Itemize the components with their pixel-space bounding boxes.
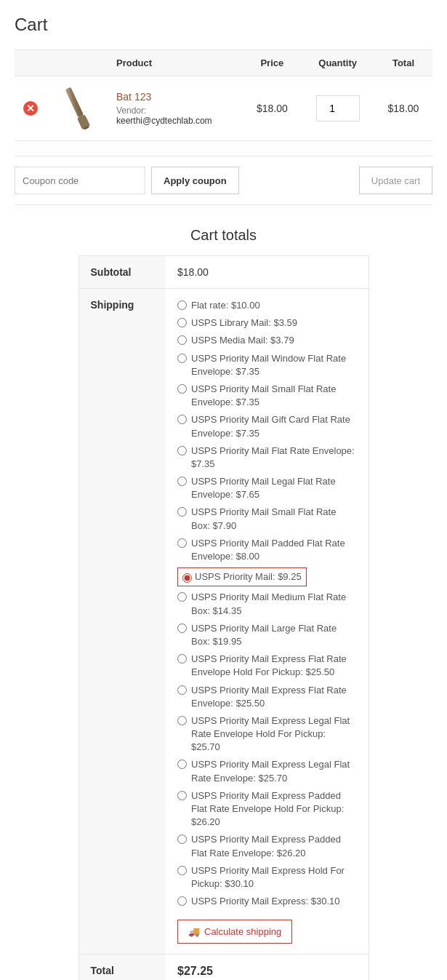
shipping-option-label: USPS Priority Mail Padded Flat Rate Enve…: [191, 537, 357, 563]
update-cart-button[interactable]: Update cart: [359, 167, 432, 194]
totals-table: Subtotal $18.00 Shipping Flat rate: $10.…: [78, 255, 369, 980]
col-header-product: Product: [108, 50, 243, 76]
shipping-option-item: USPS Priority Mail Flat Rate Envelope: $…: [177, 445, 357, 471]
vendor-label: Vendor:: [116, 105, 234, 116]
col-header-quantity: Quantity: [301, 50, 374, 76]
remove-item-button[interactable]: ✕: [23, 101, 38, 116]
shipping-option-item: USPS Library Mail: $3.59: [177, 316, 357, 330]
product-name-link[interactable]: Bat 123: [116, 91, 151, 103]
page-title: Cart: [15, 15, 432, 35]
cart-totals-section: Cart totals Subtotal $18.00 Shipping Fla…: [15, 227, 432, 980]
shipping-option-item: USPS Priority Mail Express Flat Rate Env…: [177, 653, 357, 679]
shipping-option-radio[interactable]: [177, 384, 187, 394]
shipping-option-label: USPS Priority Mail Large Flat Rate Box: …: [191, 622, 357, 648]
shipping-option-label: USPS Priority Mail Flat Rate Envelope: $…: [191, 445, 357, 471]
shipping-option-radio[interactable]: [177, 415, 187, 424]
subtotal-label: Subtotal: [78, 256, 166, 289]
product-price: $18.00: [243, 76, 301, 141]
shipping-option-item: USPS Priority Mail Small Flat Rate Box: …: [177, 506, 357, 532]
total-row: Total $27.25: [78, 955, 369, 980]
shipping-option-radio[interactable]: [177, 335, 187, 345]
subtotal-row: Subtotal $18.00: [78, 256, 369, 289]
shipping-option-radio[interactable]: [177, 791, 187, 800]
calculate-shipping-button[interactable]: 🚚 Calculate shipping: [177, 920, 292, 944]
svg-rect-0: [65, 87, 83, 116]
shipping-option-item: USPS Priority Mail Express Legal Flat Ra…: [177, 714, 357, 754]
shipping-option-radio[interactable]: [177, 446, 187, 455]
col-header-price: Price: [243, 50, 301, 76]
shipping-option-item: USPS Priority Mail Express Hold For Pick…: [177, 864, 357, 891]
apply-coupon-button[interactable]: Apply coupon: [151, 167, 239, 194]
product-total: $18.00: [374, 76, 432, 141]
shipping-option-label: USPS Priority Mail Express Legal Flat Ra…: [191, 758, 357, 784]
shipping-option-item: Flat rate: $10.00: [177, 299, 357, 312]
shipping-option-label: USPS Priority Mail Express Padded Flat R…: [191, 789, 357, 829]
coupon-row: Apply coupon Update cart: [15, 156, 432, 205]
shipping-option-radio[interactable]: [177, 654, 187, 664]
shipping-options-list: Flat rate: $10.00USPS Library Mail: $3.5…: [177, 299, 357, 908]
shipping-option-label: USPS Priority Mail Express Flat Rate Env…: [191, 653, 357, 679]
shipping-option-item: USPS Priority Mail Express Legal Flat Ra…: [177, 758, 357, 784]
shipping-option-radio[interactable]: [177, 318, 187, 327]
shipping-row: Shipping Flat rate: $10.00USPS Library M…: [78, 289, 369, 955]
shipping-option-radio[interactable]: [177, 592, 187, 602]
cart-totals-title: Cart totals: [190, 227, 257, 244]
total-value: $27.25: [166, 955, 369, 980]
shipping-option-label: USPS Priority Mail Small Flat Rate Box: …: [191, 506, 357, 532]
product-info-cell: Bat 123 Vendor: keerthi@cydtechlab.com: [108, 76, 243, 141]
shipping-options-cell: Flat rate: $10.00USPS Library Mail: $3.5…: [166, 289, 369, 955]
shipping-option-radio[interactable]: [177, 716, 187, 725]
col-header-remove: [15, 50, 47, 76]
coupon-input[interactable]: [15, 167, 145, 194]
shipping-option-radio[interactable]: [177, 760, 187, 769]
remove-icon: ✕: [23, 101, 38, 116]
calculate-shipping-label: Calculate shipping: [204, 926, 281, 937]
shipping-option-item: USPS Priority Mail Small Flat Rate Envel…: [177, 383, 357, 409]
shipping-option-item: USPS Priority Mail Legal Flat Rate Envel…: [177, 475, 357, 501]
truck-icon: 🚚: [188, 926, 200, 937]
shipping-option-radio[interactable]: [177, 300, 187, 310]
shipping-option-radio[interactable]: [177, 624, 187, 633]
shipping-option-label: USPS Priority Mail Medium Flat Rate Box:…: [191, 591, 357, 617]
shipping-label: Shipping: [78, 289, 166, 955]
shipping-option-label: USPS Library Mail: $3.59: [191, 316, 297, 330]
quantity-input[interactable]: [316, 95, 360, 121]
coupon-left: Apply coupon: [15, 167, 239, 194]
shipping-option-radio[interactable]: [182, 573, 192, 583]
shipping-option-item: USPS Priority Mail Medium Flat Rate Box:…: [177, 591, 357, 617]
shipping-option-radio[interactable]: [177, 538, 187, 548]
shipping-option-radio[interactable]: [177, 507, 187, 517]
shipping-option-label: USPS Priority Mail Window Flat Rate Enve…: [191, 352, 357, 378]
shipping-option-radio[interactable]: [177, 354, 187, 363]
shipping-option-radio[interactable]: [177, 477, 187, 486]
shipping-option-label: USPS Priority Mail Legal Flat Rate Envel…: [191, 475, 357, 501]
subtotal-value: $18.00: [166, 256, 369, 289]
product-image: [55, 87, 99, 130]
shipping-option-radio[interactable]: [177, 834, 187, 844]
shipping-option-radio[interactable]: [177, 866, 187, 875]
shipping-option-label: USPS Priority Mail Gift Card Flat Rate E…: [191, 413, 357, 439]
shipping-option-label: USPS Priority Mail Express: $30.10: [191, 895, 339, 908]
shipping-option-item: USPS Priority Mail Express Padded Flat R…: [177, 789, 357, 829]
shipping-option-label: USPS Priority Mail Small Flat Rate Envel…: [191, 383, 357, 409]
shipping-option-radio[interactable]: [177, 896, 187, 906]
shipping-option-item: USPS Priority Mail Large Flat Rate Box: …: [177, 622, 357, 648]
col-header-image: [47, 50, 108, 76]
shipping-option-label: USPS Priority Mail Express Legal Flat Ra…: [191, 714, 357, 754]
shipping-option-item: USPS Priority Mail Express Padded Flat R…: [177, 833, 357, 859]
shipping-option-item: USPS Priority Mail Gift Card Flat Rate E…: [177, 413, 357, 439]
quantity-cell: [301, 76, 374, 141]
shipping-option-item: USPS Media Mail: $3.79: [177, 334, 357, 347]
shipping-option-label: USPS Priority Mail: $9.25: [195, 570, 302, 583]
shipping-option-label: USPS Media Mail: $3.79: [191, 334, 294, 347]
shipping-option-item: USPS Priority Mail Express Flat Rate Env…: [177, 684, 357, 710]
shipping-option-label: Flat rate: $10.00: [191, 299, 260, 312]
remove-cell: ✕: [15, 76, 47, 141]
vendor-email: keerthi@cydtechlab.com: [116, 116, 234, 126]
table-row: ✕: [15, 76, 432, 141]
shipping-option-radio[interactable]: [177, 685, 187, 695]
shipping-option-label: USPS Priority Mail Express Flat Rate Env…: [191, 684, 357, 710]
bat-svg: [61, 85, 94, 132]
shipping-option-label: USPS Priority Mail Express Padded Flat R…: [191, 833, 357, 859]
cart-table: Product Price Quantity Total ✕: [15, 49, 432, 141]
